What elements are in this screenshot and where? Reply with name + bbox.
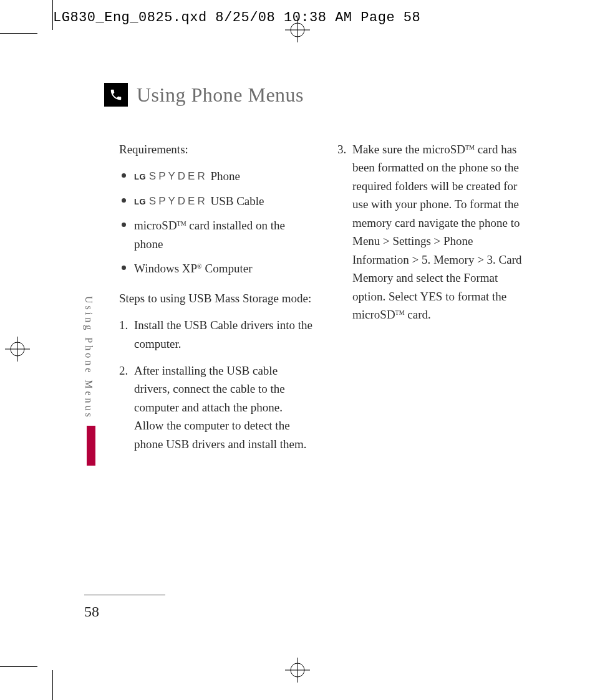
step-text: card has been formatted on the phone so … <box>352 143 522 321</box>
steps-list-left: 1. Install the USB Cable drivers into th… <box>119 316 312 453</box>
side-tab: Using Phone Menus <box>83 296 99 466</box>
req-text: microSD <box>134 219 177 232</box>
registration-mark-icon <box>285 658 310 683</box>
registration-mark-icon <box>5 337 30 362</box>
list-item: 2. After installing the USB cable driver… <box>119 362 312 453</box>
req-suffix: USB Cable <box>208 194 264 208</box>
step-number: 1. <box>119 316 128 334</box>
side-tab-label: Using Phone Menus <box>83 296 94 420</box>
step-text: After installing the USB cable drivers, … <box>134 364 307 451</box>
crop-mark <box>52 670 53 700</box>
page-number: 58 <box>84 603 99 620</box>
phone-icon <box>104 83 128 107</box>
list-item: LG SPYDER USB Cable <box>119 192 312 210</box>
brand-lg: LG <box>134 197 146 206</box>
list-item: LG SPYDER Phone <box>119 167 312 185</box>
requirements-list: LG SPYDER Phone LG SPYDER USB Cable micr… <box>119 167 312 277</box>
list-item: Windows XP® Computer <box>119 259 312 277</box>
steps-list-right: 3. Make sure the microSDTM card has been… <box>337 140 531 324</box>
body-columns: Requirements: LG SPYDER Phone LG SPYDER … <box>119 140 531 462</box>
requirements-heading: Requirements: <box>119 140 312 158</box>
step-text: Make sure the microSD <box>352 143 465 156</box>
brand-lg: LG <box>134 172 146 181</box>
column-right: 3. Make sure the microSDTM card has been… <box>337 140 531 462</box>
list-item: 3. Make sure the microSDTM card has been… <box>337 140 531 324</box>
req-suffix: Phone <box>208 170 240 183</box>
steps-heading: Steps to using USB Mass Storage mode: <box>119 289 312 307</box>
crop-mark <box>0 666 37 667</box>
trademark: ® <box>197 263 202 270</box>
section-title: Using Phone Menus <box>137 84 304 107</box>
brand-model: SPYDER <box>149 195 208 207</box>
step-number: 2. <box>119 362 128 380</box>
trademark: TM <box>395 309 405 316</box>
step-text: Install the USB Cable drivers into the c… <box>134 319 312 350</box>
req-text: Windows XP <box>134 262 197 275</box>
page-content: Using Phone Menus Using Phone Menus Requ… <box>53 34 552 658</box>
crop-mark <box>0 33 37 34</box>
column-left: Requirements: LG SPYDER Phone LG SPYDER … <box>119 140 312 462</box>
trademark: TM <box>177 220 186 227</box>
list-item: 1. Install the USB Cable drivers into th… <box>119 316 312 353</box>
section-title-row: Using Phone Menus <box>104 83 304 107</box>
brand-model: SPYDER <box>149 170 208 182</box>
list-item: microSDTM card installed on the phone <box>119 216 312 253</box>
footer-rule <box>84 595 165 595</box>
req-text: Computer <box>202 262 253 275</box>
trademark: TM <box>465 144 475 151</box>
side-tab-bar <box>87 426 95 466</box>
print-slug: LG830_Eng_0825.qxd 8/25/08 10:38 AM Page… <box>53 10 420 26</box>
step-number: 3. <box>337 140 346 158</box>
step-text: card. <box>405 308 431 321</box>
